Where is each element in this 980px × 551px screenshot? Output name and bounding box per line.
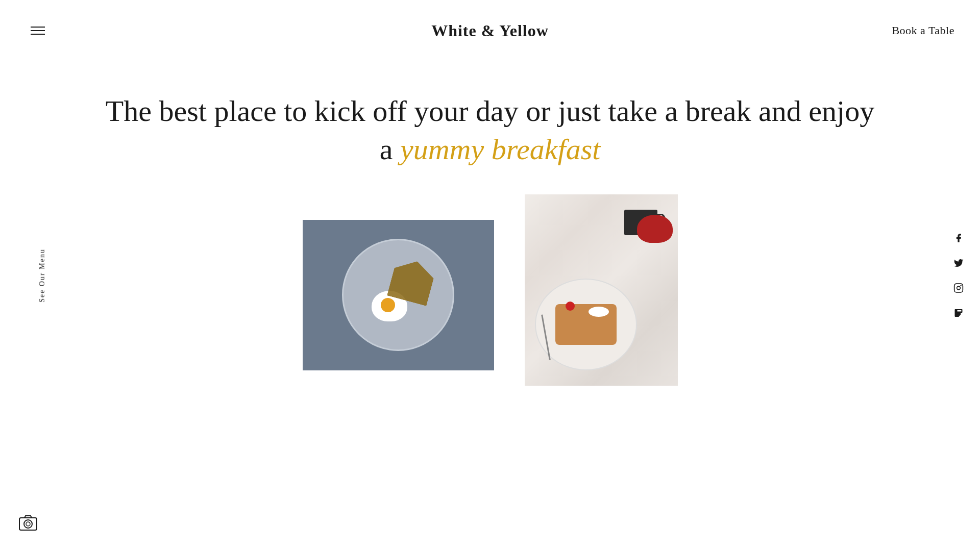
camera-icon-wrapper[interactable]: [15, 510, 41, 536]
pancake-illustration: [525, 194, 678, 386]
book-table-button[interactable]: Book a Table: [892, 24, 954, 37]
svg-point-2: [26, 522, 30, 526]
hamburger-menu[interactable]: [26, 21, 50, 40]
instagram-icon[interactable]: [952, 282, 965, 294]
hero-highlight-text: yummy breakfast: [400, 133, 600, 166]
hero-text: The best place to kick off your day or j…: [0, 61, 980, 194]
header: White & Yellow Book a Table: [0, 0, 980, 61]
plate: [342, 239, 454, 351]
foursquare-icon[interactable]: [952, 307, 965, 319]
egg-plate-illustration: [303, 220, 494, 370]
svg-point-1: [24, 520, 32, 528]
pancake-stack: [555, 304, 617, 345]
side-menu-label[interactable]: See Our Menu: [38, 248, 46, 303]
facebook-icon[interactable]: [952, 232, 965, 244]
jam-bowl: [637, 215, 673, 243]
berry: [566, 302, 575, 311]
svg-point-4: [957, 286, 961, 290]
svg-point-5: [960, 285, 962, 287]
svg-rect-3: [954, 284, 963, 292]
egg-yolk: [381, 298, 395, 312]
main-content: The best place to kick off your day or j…: [0, 0, 980, 551]
cream: [589, 307, 609, 317]
food-image-1: [303, 220, 494, 370]
food-image-2: [525, 194, 678, 386]
social-icons: [952, 232, 965, 319]
camera-icon: [18, 513, 38, 533]
images-section: [0, 194, 980, 386]
twitter-icon[interactable]: [952, 257, 965, 269]
marble-background: [525, 194, 678, 386]
site-title: White & Yellow: [431, 21, 549, 40]
